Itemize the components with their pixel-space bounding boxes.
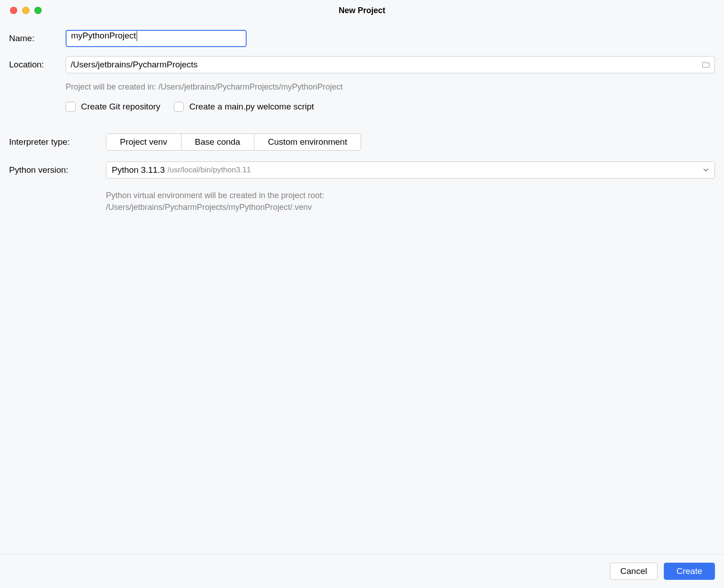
git-checkbox-label: Create Git repository (81, 102, 160, 112)
project-path-hint: Project will be created in: /Users/jetbr… (66, 82, 715, 92)
segment-project-venv[interactable]: Project venv (106, 134, 181, 150)
zoom-icon[interactable] (34, 7, 42, 14)
folder-icon (701, 60, 710, 69)
python-version-path: /usr/local/bin/python3.11 (167, 166, 251, 175)
create-button[interactable]: Create (664, 563, 715, 580)
close-icon[interactable] (10, 7, 17, 14)
checkbox-row: Create Git repository Create a main.py w… (66, 102, 715, 112)
window-title: New Project (0, 6, 724, 15)
segment-base-conda[interactable]: Base conda (181, 134, 254, 150)
venv-hint: Python virtual environment will be creat… (106, 190, 715, 213)
mainpy-checkbox-label: Create a main.py welcome script (189, 102, 314, 112)
text-cursor (137, 31, 137, 41)
location-input[interactable] (66, 56, 715, 73)
segment-custom-env[interactable]: Custom environment (254, 134, 361, 150)
window-controls (0, 7, 42, 14)
chevron-down-icon (703, 166, 709, 174)
interpreter-type-label: Interpreter type: (9, 137, 106, 147)
browse-folder-button[interactable] (700, 59, 711, 70)
checkbox-unchecked-icon (174, 102, 184, 112)
venv-hint-line2: /Users/jetbrains/PycharmProjects/myPytho… (106, 201, 715, 213)
interpreter-type-segmented: Project venv Base conda Custom environme… (106, 133, 361, 151)
dialog-footer: Cancel Create (0, 554, 724, 588)
python-version-value: Python 3.11.3 (112, 165, 165, 175)
venv-hint-line1: Python virtual environment will be creat… (106, 190, 715, 201)
name-input-value: myPythonProject (71, 31, 136, 40)
name-label: Name: (9, 33, 66, 43)
git-checkbox[interactable]: Create Git repository (66, 102, 160, 112)
python-version-label: Python version: (9, 165, 106, 175)
minimize-icon[interactable] (22, 7, 29, 14)
location-row: Location: (9, 56, 715, 73)
mainpy-checkbox[interactable]: Create a main.py welcome script (174, 102, 314, 112)
checkbox-unchecked-icon (66, 102, 76, 112)
new-project-dialog: New Project Name: myPythonProject Locati… (0, 0, 724, 588)
python-version-dropdown[interactable]: Python 3.11.3 /usr/local/bin/python3.11 (106, 161, 715, 179)
python-version-row: Python version: Python 3.11.3 /usr/local… (9, 161, 715, 179)
dialog-content: Name: myPythonProject Location: Project … (0, 21, 724, 554)
location-input-wrapper (66, 56, 715, 73)
name-input[interactable]: myPythonProject (66, 30, 247, 47)
titlebar: New Project (0, 0, 724, 21)
cancel-button[interactable]: Cancel (610, 563, 657, 580)
location-label: Location: (9, 60, 66, 70)
name-row: Name: myPythonProject (9, 30, 715, 47)
interpreter-type-row: Interpreter type: Project venv Base cond… (9, 133, 715, 151)
